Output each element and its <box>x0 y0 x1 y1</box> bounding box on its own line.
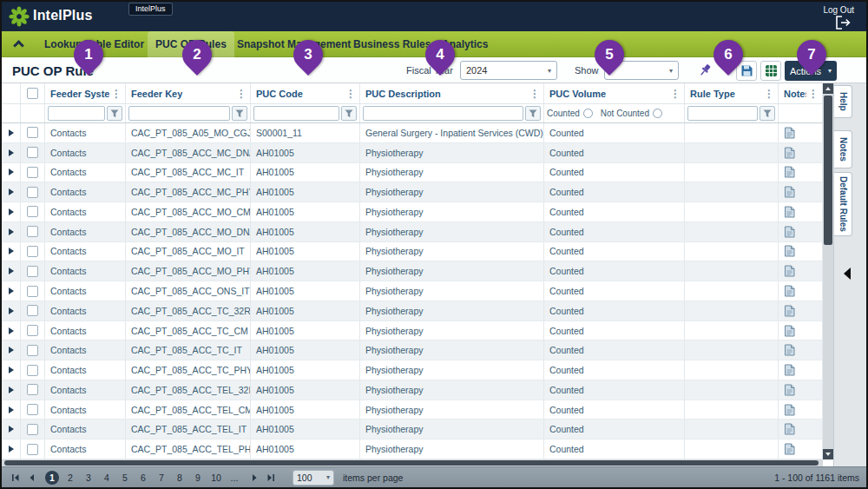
filter-input-feeder-system[interactable] <box>48 106 105 121</box>
page-button[interactable]: 4 <box>100 471 114 485</box>
column-header-puc-volume[interactable]: PUC Volume⋮ <box>544 83 685 103</box>
right-tab-notes[interactable]: Notes <box>834 130 852 169</box>
page-button[interactable]: 6 <box>136 471 150 485</box>
note-icon[interactable] <box>784 206 795 218</box>
page-button[interactable]: 7 <box>155 471 168 485</box>
column-menu-icon[interactable]: ⋮ <box>234 88 248 100</box>
row-expand-icon[interactable] <box>9 347 14 354</box>
column-header-puc-description[interactable]: PUC Description⋮ <box>360 83 544 103</box>
column-header-puc-code[interactable]: PUC Code⋮ <box>251 83 360 103</box>
page-button[interactable]: 5 <box>118 471 132 485</box>
note-icon[interactable] <box>784 186 795 198</box>
note-icon[interactable] <box>784 226 795 238</box>
select-all-checkbox[interactable] <box>27 88 38 99</box>
row-expand-icon[interactable] <box>9 426 14 433</box>
scroll-down-icon[interactable] <box>823 449 833 459</box>
row-checkbox[interactable] <box>27 127 38 138</box>
row-expand-icon[interactable] <box>9 248 14 254</box>
filter-funnel-icon[interactable] <box>107 106 122 121</box>
note-icon[interactable] <box>784 325 795 337</box>
note-icon[interactable] <box>784 127 795 139</box>
row-checkbox[interactable] <box>27 147 38 158</box>
column-menu-icon[interactable]: ⋮ <box>344 88 358 100</box>
row-checkbox[interactable] <box>27 345 38 356</box>
row-checkbox[interactable] <box>27 246 38 257</box>
row-expand-icon[interactable] <box>9 228 14 235</box>
cell-notes[interactable] <box>779 163 823 182</box>
page-button[interactable]: 2 <box>63 471 77 485</box>
row-expand-icon[interactable] <box>9 367 14 373</box>
row-checkbox[interactable] <box>27 444 38 455</box>
note-icon[interactable] <box>784 423 795 435</box>
page-more-button[interactable]: ... <box>227 471 241 485</box>
last-page-button[interactable] <box>264 471 278 485</box>
row-checkbox[interactable] <box>27 266 38 277</box>
note-icon[interactable] <box>784 443 795 455</box>
row-expand-icon[interactable] <box>9 387 14 393</box>
logout-icon[interactable] <box>833 15 852 30</box>
prev-page-button[interactable] <box>25 471 39 485</box>
filter-funnel-icon[interactable] <box>525 106 541 121</box>
page-button[interactable]: 8 <box>173 471 187 485</box>
row-expand-icon[interactable] <box>9 208 14 215</box>
cell-notes[interactable] <box>779 242 823 261</box>
row-checkbox[interactable] <box>27 325 38 336</box>
row-checkbox[interactable] <box>27 365 38 376</box>
cell-notes[interactable] <box>779 321 823 340</box>
filter-funnel-icon[interactable] <box>232 106 247 121</box>
row-checkbox[interactable] <box>27 404 38 415</box>
row-expand-icon[interactable] <box>9 268 14 274</box>
column-menu-icon[interactable]: ⋮ <box>528 88 542 100</box>
filter-input-rule-type[interactable] <box>687 106 758 121</box>
page-button[interactable]: 1 <box>45 471 59 485</box>
radio-counted[interactable] <box>583 109 593 118</box>
row-expand-icon[interactable] <box>9 169 14 175</box>
page-button[interactable]: 10 <box>209 471 223 485</box>
filter-funnel-icon[interactable] <box>341 106 357 121</box>
export-excel-button[interactable] <box>760 61 781 81</box>
cell-notes[interactable] <box>779 123 823 142</box>
column-menu-icon[interactable]: ⋮ <box>806 88 820 100</box>
chevron-up-icon[interactable] <box>13 40 24 51</box>
cell-notes[interactable] <box>779 439 823 459</box>
pin-icon[interactable] <box>697 63 713 78</box>
note-icon[interactable] <box>784 147 795 159</box>
cell-notes[interactable] <box>779 281 823 301</box>
note-icon[interactable] <box>784 384 795 396</box>
note-icon[interactable] <box>784 364 795 376</box>
cell-notes[interactable] <box>779 400 823 420</box>
column-header-notes[interactable]: Notes⋮ <box>779 83 823 103</box>
row-checkbox[interactable] <box>27 167 38 178</box>
row-expand-icon[interactable] <box>9 327 14 334</box>
column-header-feeder-system[interactable]: Feeder System⋮ <box>45 83 126 103</box>
cell-notes[interactable] <box>779 261 823 281</box>
column-header-rule-type[interactable]: Rule Type⋮ <box>685 83 779 103</box>
column-header-feeder-key[interactable]: Feeder Key⋮ <box>126 83 251 103</box>
note-icon[interactable] <box>784 305 795 317</box>
radio-not-counted[interactable] <box>653 109 662 118</box>
row-expand-icon[interactable] <box>9 149 14 156</box>
vertical-scrollbar-thumb[interactable] <box>824 96 832 245</box>
vertical-scrollbar[interactable] <box>823 83 833 459</box>
first-page-button[interactable] <box>9 471 23 485</box>
cell-notes[interactable] <box>779 202 823 221</box>
row-checkbox[interactable] <box>27 206 38 217</box>
cell-notes[interactable] <box>779 301 823 320</box>
page-button[interactable]: 9 <box>191 471 205 485</box>
row-expand-icon[interactable] <box>9 307 14 314</box>
column-menu-icon[interactable]: ⋮ <box>109 88 123 100</box>
fiscal-year-select[interactable]: 2024 ▾ <box>460 61 557 80</box>
cell-notes[interactable] <box>779 222 823 241</box>
cell-notes[interactable] <box>779 182 823 202</box>
row-expand-icon[interactable] <box>9 188 14 195</box>
row-checkbox[interactable] <box>27 226 38 237</box>
note-icon[interactable] <box>784 404 795 416</box>
right-tab-default-rules[interactable]: Default Rules <box>834 172 852 236</box>
logout-label[interactable]: Log Out <box>823 5 854 15</box>
cell-notes[interactable] <box>779 420 823 439</box>
row-checkbox[interactable] <box>27 384 38 395</box>
row-checkbox[interactable] <box>27 305 38 316</box>
horizontal-scrollbar-thumb[interactable] <box>4 460 819 466</box>
filter-input-feeder-key[interactable] <box>128 106 230 121</box>
row-expand-icon[interactable] <box>9 406 14 413</box>
